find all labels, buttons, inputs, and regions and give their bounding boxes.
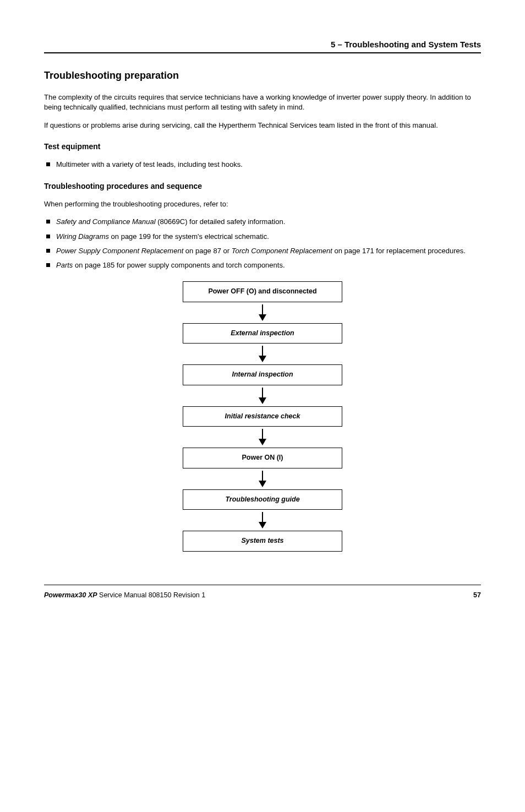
arrow-down-icon <box>258 346 267 362</box>
flow-box-external-inspection: External inspection <box>183 323 342 344</box>
list-item-text: on page 171 for replacement procedures. <box>332 247 466 255</box>
test-equipment-list: Multimeter with a variety of test leads,… <box>44 160 481 170</box>
footer-doc-info: Powermax30 XP Service Manual 808150 Revi… <box>44 591 205 601</box>
flow-box-label: Troubleshooting guide <box>225 495 299 503</box>
page-header: 5 – Troubleshooting and System Tests <box>44 39 481 53</box>
svg-marker-9 <box>259 481 266 487</box>
flow-box-label: System tests <box>241 537 283 544</box>
flow-box-internal-inspection: Internal inspection <box>183 364 342 385</box>
ref-link: Wiring Diagrams <box>56 232 109 241</box>
footer-doc-text: Service Manual 808150 Revision 1 <box>97 591 206 599</box>
flow-box-label: Power ON (I) <box>242 454 283 461</box>
svg-marker-1 <box>259 314 266 321</box>
ref-link: Parts <box>56 261 73 269</box>
list-item-text: (80669C) for detailed safety information… <box>156 217 286 226</box>
intro-para-2: If questions or problems arise during se… <box>44 121 481 130</box>
section-heading: Troubleshooting preparation <box>44 69 481 83</box>
flow-box-label: Initial resistance check <box>225 412 300 420</box>
flow-box-power-off: Power OFF (O) and disconnected <box>183 281 342 302</box>
chapter-title: 5 – Troubleshooting and System Tests <box>44 39 481 50</box>
svg-marker-5 <box>259 397 266 404</box>
flow-box-system-tests: System tests <box>183 531 342 552</box>
svg-marker-3 <box>259 356 266 362</box>
flowchart: Power OFF (O) and disconnected External … <box>44 281 481 552</box>
flow-box-initial-resistance: Initial resistance check <box>183 406 342 427</box>
flow-box-power-on: Power ON (I) <box>183 448 342 468</box>
ref-link: Torch Component Replacement <box>232 247 332 255</box>
list-item-text: on page 185 for power supply components … <box>73 261 285 269</box>
procedures-list: Safety and Compliance Manual (80669C) fo… <box>44 217 481 270</box>
arrow-down-icon <box>258 471 267 487</box>
flow-box-troubleshooting-guide: Troubleshooting guide <box>183 489 342 510</box>
list-item: Power Supply Component Replacement on pa… <box>44 246 481 256</box>
procedures-heading: Troubleshooting procedures and sequence <box>44 181 481 192</box>
arrow-down-icon <box>258 429 267 445</box>
flow-box-label: Internal inspection <box>232 370 293 378</box>
flow-box-label: External inspection <box>231 329 294 337</box>
flow-box-label: Power OFF (O) and disconnected <box>208 287 316 295</box>
procedures-lead: When performing the troubleshooting proc… <box>44 199 481 209</box>
list-item: Parts on page 185 for power supply compo… <box>44 260 481 270</box>
list-item-text: on page 199 for the system's electrical … <box>109 232 269 241</box>
svg-marker-7 <box>259 439 266 445</box>
arrow-down-icon <box>258 388 267 404</box>
footer-page-number: 57 <box>473 591 481 601</box>
svg-marker-11 <box>259 522 266 528</box>
intro-para-1: The complexity of the circuits requires … <box>44 92 481 112</box>
footer-product: Powermax30 XP <box>44 591 97 599</box>
list-item-text: on page 87 or <box>183 247 231 255</box>
ref-link: Safety and Compliance Manual <box>56 217 156 226</box>
list-item-text: Multimeter with a variety of test leads,… <box>56 160 243 168</box>
arrow-down-icon <box>258 512 267 528</box>
test-equipment-heading: Test equipment <box>44 141 481 152</box>
list-item: Multimeter with a variety of test leads,… <box>44 160 481 170</box>
ref-link: Power Supply Component Replacement <box>56 247 183 255</box>
list-item: Wiring Diagrams on page 199 for the syst… <box>44 232 481 242</box>
page-footer: Powermax30 XP Service Manual 808150 Revi… <box>44 585 481 601</box>
list-item: Safety and Compliance Manual (80669C) fo… <box>44 217 481 227</box>
arrow-down-icon <box>258 304 267 321</box>
